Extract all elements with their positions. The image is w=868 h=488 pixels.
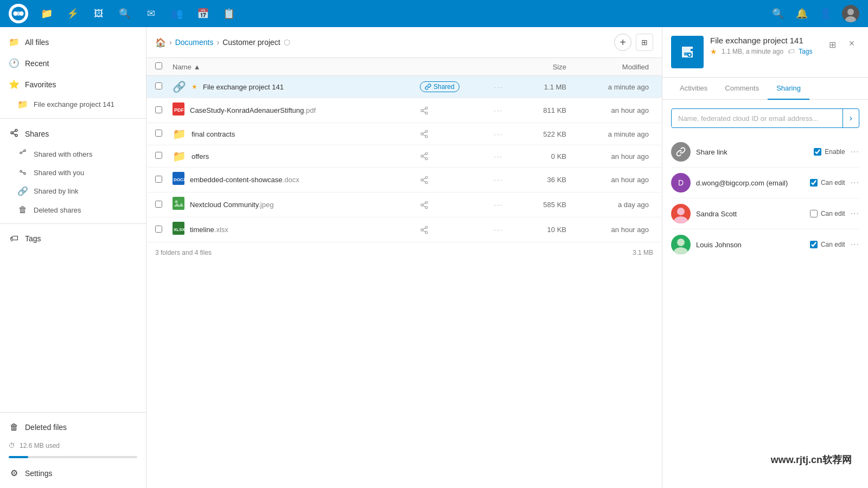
svg-point-3	[20, 11, 24, 16]
file-exchange-label: File exchange project 141	[34, 100, 114, 108]
tab-activities[interactable]: Activities	[671, 78, 716, 100]
user-menu-icon[interactable]: 👤	[818, 6, 833, 21]
user-more-button-louis[interactable]: ···	[851, 240, 859, 249]
sidebar-item-shared-others[interactable]: Shared with others	[0, 145, 146, 163]
file-row[interactable]: 🔗 ★ File exchange project 141 Shared ···…	[146, 76, 662, 98]
files-nav-icon[interactable]: 📁	[39, 6, 54, 21]
file-row[interactable]: 📁 offers ··· 0 KB an hour ago	[146, 145, 662, 168]
tab-sharing[interactable]: Sharing	[768, 78, 809, 100]
row-more-6[interactable]: ···	[485, 201, 512, 209]
sidebar-item-file-exchange[interactable]: 📁 File exchange project 141	[0, 95, 146, 114]
share-search-input[interactable]	[672, 110, 843, 127]
row-more-2[interactable]: ···	[485, 106, 512, 114]
sidebar-item-tags[interactable]: 🏷 Tags	[0, 228, 146, 249]
file-row[interactable]: XLSX timeline.xlsx ··· 10 KB an hour ago	[146, 217, 662, 242]
breadcrumb-home[interactable]: 🏠	[155, 37, 166, 48]
file-name-4: offers	[192, 152, 209, 160]
mail-nav-icon[interactable]: ✉	[143, 6, 158, 21]
star-icon-1: ★	[192, 83, 197, 91]
row-share-6[interactable]	[420, 201, 485, 209]
forms-nav-icon[interactable]: 📋	[221, 6, 237, 21]
user-name-dwong: d.wong@bigcorp.com (email)	[696, 179, 805, 187]
global-search-icon[interactable]: 🔍	[770, 6, 786, 21]
settings-icon: ⚙	[9, 468, 20, 478]
activity-nav-icon[interactable]: ⚡	[65, 6, 80, 21]
file-table: 🔗 ★ File exchange project 141 Shared ···…	[146, 76, 662, 488]
sidebar-item-settings[interactable]: ⚙ Settings	[0, 463, 146, 484]
breadcrumb-sep-1: ›	[169, 38, 172, 47]
row-more-3[interactable]: ···	[485, 130, 512, 138]
svg-text:XLSX: XLSX	[174, 227, 184, 232]
user-canedit-checkbox-sandra[interactable]	[810, 210, 818, 217]
row-checkbox-5[interactable]	[155, 176, 162, 183]
row-share-5[interactable]	[420, 176, 485, 184]
sidebar-item-shared-link[interactable]: 🔗 Shared by link	[0, 182, 146, 201]
svg-line-29	[423, 132, 426, 133]
row-more-4[interactable]: ···	[485, 152, 512, 160]
shared-with-you-icon	[17, 168, 28, 177]
user-canedit-checkbox-louis[interactable]	[810, 241, 818, 248]
svg-point-51	[425, 226, 427, 228]
header-size-col[interactable]: Size	[512, 63, 566, 71]
panel-menu-button[interactable]: ⊞	[824, 36, 841, 53]
file-preview-icon	[671, 36, 704, 68]
user-more-button-sandra[interactable]: ···	[851, 209, 859, 219]
user-canedit-checkbox-dwong[interactable]	[810, 179, 818, 187]
breadcrumb-share-icon: ⬡	[284, 38, 290, 47]
sidebar-item-shares[interactable]: Shares	[0, 123, 146, 145]
row-share-3[interactable]	[420, 130, 485, 138]
file-row[interactable]: DOCX embedded-content-showcase.docx ··· …	[146, 168, 662, 192]
breadcrumb-documents[interactable]: Documents	[175, 38, 214, 47]
row-share-4[interactable]	[420, 152, 485, 160]
row-checkbox-6[interactable]	[155, 201, 162, 208]
row-checkbox-1[interactable]	[155, 82, 162, 89]
calendar-nav-icon[interactable]: 📅	[195, 6, 210, 21]
photos-nav-icon[interactable]: 🖼	[91, 6, 106, 21]
row-checkbox-2[interactable]	[155, 106, 162, 113]
row-share-2[interactable]	[420, 106, 485, 115]
file-row[interactable]: Nextcloud Community.jpeg ··· 585 KB a da…	[146, 192, 662, 217]
svg-point-9	[15, 134, 17, 137]
file-row[interactable]: 📁 final contracts ··· 522 KB a minute ag…	[146, 123, 662, 145]
share-search-button[interactable]: ›	[843, 109, 859, 127]
user-avatar[interactable]	[842, 5, 859, 22]
sidebar-item-deleted-shares[interactable]: 🗑 Deleted shares	[0, 201, 146, 219]
row-checkbox-4[interactable]	[155, 152, 162, 159]
tab-comments[interactable]: Comments	[716, 78, 768, 100]
row-modified-3: a minute ago	[566, 130, 653, 138]
close-panel-button[interactable]: ×	[844, 36, 859, 51]
user-canedit-label-louis: Can edit	[821, 241, 845, 248]
svg-point-53	[425, 231, 427, 233]
notifications-bell-icon[interactable]: 🔔	[794, 6, 809, 21]
contacts-nav-icon[interactable]: 👥	[169, 6, 184, 21]
user-more-button-dwong[interactable]: ···	[851, 178, 859, 188]
sidebar-item-shared-with-you[interactable]: Shared with you	[0, 163, 146, 182]
row-modified-4: an hour ago	[566, 152, 653, 160]
row-more-1[interactable]: ···	[485, 83, 512, 91]
row-modified-1: a minute ago	[566, 83, 653, 91]
sidebar-item-all-files[interactable]: 📁 All files	[0, 31, 146, 53]
share-link-enable-checkbox[interactable]	[814, 148, 821, 156]
select-all-checkbox[interactable]	[155, 62, 162, 69]
row-more-7[interactable]: ···	[485, 226, 512, 234]
size-column-label: Size	[553, 63, 566, 71]
app-logo[interactable]	[9, 4, 28, 23]
row-size-7: 10 KB	[512, 226, 566, 234]
share-link-more-button[interactable]: ···	[851, 147, 859, 157]
svg-line-47	[423, 206, 426, 207]
row-checkbox-3[interactable]	[155, 130, 162, 137]
file-row[interactable]: PDF CaseStudy-KonradAdenauerStiftung.pdf…	[146, 98, 662, 123]
row-more-5[interactable]: ···	[485, 176, 512, 184]
svg-line-34	[423, 154, 426, 156]
row-checkbox-7[interactable]	[155, 226, 162, 233]
sidebar-item-deleted-files[interactable]: 🗑 Deleted files	[0, 417, 146, 438]
header-name-col[interactable]: Name ▲	[173, 63, 420, 71]
add-button[interactable]: +	[614, 34, 631, 51]
sidebar-item-favorites[interactable]: ⭐ Favorites	[0, 74, 146, 95]
grid-view-button[interactable]: ⊞	[636, 34, 653, 51]
row-share-7[interactable]	[420, 226, 485, 234]
tags-meta-label[interactable]: Tags	[799, 48, 812, 55]
sidebar-item-recent[interactable]: 🕐 Recent	[0, 53, 146, 74]
header-modified-col[interactable]: Modified	[566, 63, 653, 71]
search-nav-icon[interactable]: 🔍	[117, 6, 132, 21]
